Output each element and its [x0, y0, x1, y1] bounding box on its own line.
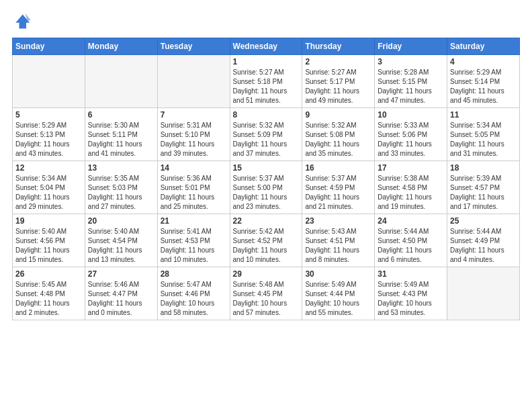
week-row-4: 19Sunrise: 5:40 AM Sunset: 4:56 PM Dayli… — [13, 214, 520, 267]
cell-info: Sunrise: 5:27 AM Sunset: 5:18 PM Dayligh… — [233, 68, 300, 105]
cell-date-number: 14 — [161, 163, 227, 173]
day-header-row: SundayMondayTuesdayWednesdayThursdayFrid… — [13, 38, 520, 55]
day-cell-19: 19Sunrise: 5:40 AM Sunset: 4:56 PM Dayli… — [13, 214, 85, 267]
cell-date-number: 23 — [305, 216, 371, 226]
cell-date-number: 9 — [305, 110, 371, 120]
cell-date-number: 2 — [305, 57, 371, 66]
day-cell-4: 4Sunrise: 5:29 AM Sunset: 5:14 PM Daylig… — [447, 55, 520, 108]
cell-date-number: 24 — [378, 216, 444, 226]
day-cell-15: 15Sunrise: 5:37 AM Sunset: 5:00 PM Dayli… — [230, 161, 302, 214]
day-cell-3: 3Sunrise: 5:28 AM Sunset: 5:15 PM Daylig… — [375, 55, 447, 108]
cell-info: Sunrise: 5:37 AM Sunset: 5:00 PM Dayligh… — [233, 174, 300, 212]
day-header-wednesday: Wednesday — [230, 38, 302, 55]
cell-info: Sunrise: 5:48 AM Sunset: 4:45 PM Dayligh… — [233, 280, 300, 318]
cell-date-number: 8 — [233, 110, 300, 120]
empty-cell — [447, 267, 520, 320]
cell-info: Sunrise: 5:30 AM Sunset: 5:11 PM Dayligh… — [88, 121, 154, 158]
day-header-saturday: Saturday — [447, 38, 520, 55]
day-cell-16: 16Sunrise: 5:37 AM Sunset: 4:59 PM Dayli… — [302, 161, 375, 214]
empty-cell — [13, 55, 85, 108]
cell-date-number: 28 — [161, 269, 227, 279]
day-header-sunday: Sunday — [13, 38, 85, 55]
day-cell-26: 26Sunrise: 5:45 AM Sunset: 4:48 PM Dayli… — [13, 267, 85, 320]
cell-info: Sunrise: 5:27 AM Sunset: 5:17 PM Dayligh… — [305, 68, 371, 105]
cell-info: Sunrise: 5:32 AM Sunset: 5:09 PM Dayligh… — [233, 121, 300, 158]
cell-info: Sunrise: 5:37 AM Sunset: 4:59 PM Dayligh… — [305, 174, 371, 212]
cell-date-number: 13 — [88, 163, 154, 173]
day-cell-20: 20Sunrise: 5:40 AM Sunset: 4:54 PM Dayli… — [85, 214, 157, 267]
cell-info: Sunrise: 5:32 AM Sunset: 5:08 PM Dayligh… — [305, 121, 371, 158]
cell-info: Sunrise: 5:35 AM Sunset: 5:03 PM Dayligh… — [88, 174, 154, 212]
day-cell-29: 29Sunrise: 5:48 AM Sunset: 4:45 PM Dayli… — [230, 267, 302, 320]
cell-date-number: 3 — [378, 57, 444, 66]
cell-date-number: 15 — [233, 163, 300, 173]
cell-info: Sunrise: 5:34 AM Sunset: 5:05 PM Dayligh… — [450, 121, 517, 158]
header — [12, 12, 520, 31]
day-cell-22: 22Sunrise: 5:42 AM Sunset: 4:52 PM Dayli… — [230, 214, 302, 267]
cell-date-number: 21 — [161, 216, 227, 226]
cell-info: Sunrise: 5:33 AM Sunset: 5:06 PM Dayligh… — [378, 121, 444, 158]
cell-info: Sunrise: 5:39 AM Sunset: 4:57 PM Dayligh… — [450, 174, 517, 212]
week-row-5: 26Sunrise: 5:45 AM Sunset: 4:48 PM Dayli… — [13, 267, 520, 320]
cell-info: Sunrise: 5:29 AM Sunset: 5:14 PM Dayligh… — [450, 68, 517, 105]
day-cell-25: 25Sunrise: 5:44 AM Sunset: 4:49 PM Dayli… — [447, 214, 520, 267]
cell-date-number: 6 — [88, 110, 154, 120]
day-cell-21: 21Sunrise: 5:41 AM Sunset: 4:53 PM Dayli… — [157, 214, 230, 267]
cell-info: Sunrise: 5:31 AM Sunset: 5:10 PM Dayligh… — [161, 121, 227, 158]
cell-date-number: 4 — [450, 57, 517, 66]
empty-cell — [157, 55, 230, 108]
day-cell-8: 8Sunrise: 5:32 AM Sunset: 5:09 PM Daylig… — [230, 108, 302, 161]
logo-icon — [12, 12, 31, 31]
cell-date-number: 10 — [378, 110, 444, 120]
day-cell-31: 31Sunrise: 5:49 AM Sunset: 4:43 PM Dayli… — [375, 267, 447, 320]
day-cell-6: 6Sunrise: 5:30 AM Sunset: 5:11 PM Daylig… — [85, 108, 157, 161]
day-cell-17: 17Sunrise: 5:38 AM Sunset: 4:58 PM Dayli… — [375, 161, 447, 214]
cell-info: Sunrise: 5:38 AM Sunset: 4:58 PM Dayligh… — [378, 174, 444, 212]
day-header-thursday: Thursday — [302, 38, 375, 55]
cell-date-number: 5 — [15, 110, 82, 120]
cell-date-number: 20 — [88, 216, 154, 226]
cell-date-number: 16 — [305, 163, 371, 173]
cell-info: Sunrise: 5:40 AM Sunset: 4:54 PM Dayligh… — [88, 227, 154, 265]
cell-info: Sunrise: 5:28 AM Sunset: 5:15 PM Dayligh… — [378, 68, 444, 105]
day-header-friday: Friday — [375, 38, 447, 55]
day-cell-24: 24Sunrise: 5:44 AM Sunset: 4:50 PM Dayli… — [375, 214, 447, 267]
cell-info: Sunrise: 5:43 AM Sunset: 4:51 PM Dayligh… — [305, 227, 371, 265]
cell-info: Sunrise: 5:46 AM Sunset: 4:47 PM Dayligh… — [88, 280, 154, 318]
calendar-table: SundayMondayTuesdayWednesdayThursdayFrid… — [12, 38, 520, 320]
cell-info: Sunrise: 5:44 AM Sunset: 4:49 PM Dayligh… — [450, 227, 517, 265]
empty-cell — [85, 55, 157, 108]
week-row-2: 5Sunrise: 5:29 AM Sunset: 5:13 PM Daylig… — [13, 108, 520, 161]
day-cell-30: 30Sunrise: 5:49 AM Sunset: 4:44 PM Dayli… — [302, 267, 375, 320]
cell-date-number: 18 — [450, 163, 517, 173]
cell-info: Sunrise: 5:41 AM Sunset: 4:53 PM Dayligh… — [161, 227, 227, 265]
day-cell-1: 1Sunrise: 5:27 AM Sunset: 5:18 PM Daylig… — [230, 55, 302, 108]
cell-info: Sunrise: 5:34 AM Sunset: 5:04 PM Dayligh… — [15, 174, 82, 212]
day-cell-18: 18Sunrise: 5:39 AM Sunset: 4:57 PM Dayli… — [447, 161, 520, 214]
day-cell-9: 9Sunrise: 5:32 AM Sunset: 5:08 PM Daylig… — [302, 108, 375, 161]
cell-info: Sunrise: 5:45 AM Sunset: 4:48 PM Dayligh… — [15, 280, 82, 318]
cell-date-number: 1 — [233, 57, 300, 66]
day-header-monday: Monday — [85, 38, 157, 55]
cell-info: Sunrise: 5:36 AM Sunset: 5:01 PM Dayligh… — [161, 174, 227, 212]
day-cell-11: 11Sunrise: 5:34 AM Sunset: 5:05 PM Dayli… — [447, 108, 520, 161]
day-cell-7: 7Sunrise: 5:31 AM Sunset: 5:10 PM Daylig… — [157, 108, 230, 161]
cell-info: Sunrise: 5:47 AM Sunset: 4:46 PM Dayligh… — [161, 280, 227, 318]
cell-date-number: 7 — [161, 110, 227, 120]
day-cell-12: 12Sunrise: 5:34 AM Sunset: 5:04 PM Dayli… — [13, 161, 85, 214]
cell-info: Sunrise: 5:44 AM Sunset: 4:50 PM Dayligh… — [378, 227, 444, 265]
day-cell-2: 2Sunrise: 5:27 AM Sunset: 5:17 PM Daylig… — [302, 55, 375, 108]
day-cell-28: 28Sunrise: 5:47 AM Sunset: 4:46 PM Dayli… — [157, 267, 230, 320]
cell-date-number: 11 — [450, 110, 517, 120]
cell-date-number: 27 — [88, 269, 154, 279]
day-cell-13: 13Sunrise: 5:35 AM Sunset: 5:03 PM Dayli… — [85, 161, 157, 214]
page: SundayMondayTuesdayWednesdayThursdayFrid… — [0, 0, 532, 327]
day-cell-23: 23Sunrise: 5:43 AM Sunset: 4:51 PM Dayli… — [302, 214, 375, 267]
cell-date-number: 22 — [233, 216, 300, 226]
cell-date-number: 12 — [15, 163, 82, 173]
cell-date-number: 19 — [15, 216, 82, 226]
day-cell-10: 10Sunrise: 5:33 AM Sunset: 5:06 PM Dayli… — [375, 108, 447, 161]
day-cell-14: 14Sunrise: 5:36 AM Sunset: 5:01 PM Dayli… — [157, 161, 230, 214]
cell-date-number: 17 — [378, 163, 444, 173]
cell-info: Sunrise: 5:49 AM Sunset: 4:43 PM Dayligh… — [378, 280, 444, 318]
